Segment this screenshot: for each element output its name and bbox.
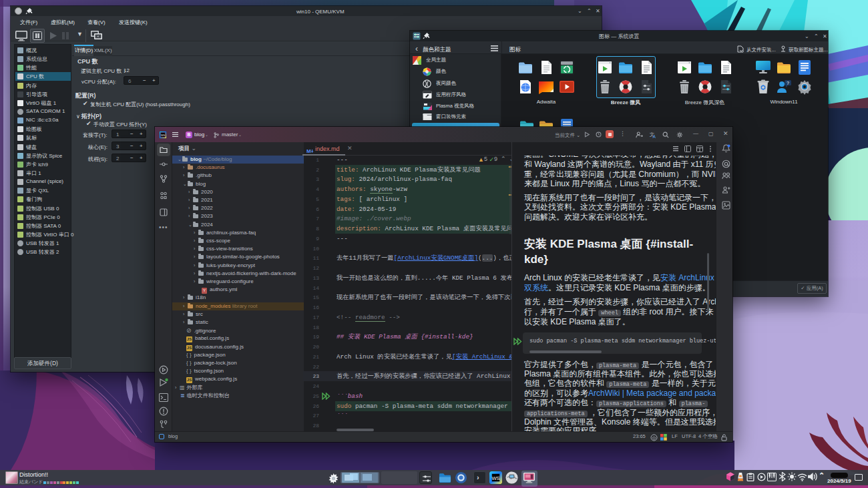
svg-text:WS: WS [161, 134, 166, 137]
svg-text:?: ? [787, 81, 789, 85]
svg-text:A: A [652, 134, 656, 138]
svg-text:WS: WS [491, 475, 499, 481]
